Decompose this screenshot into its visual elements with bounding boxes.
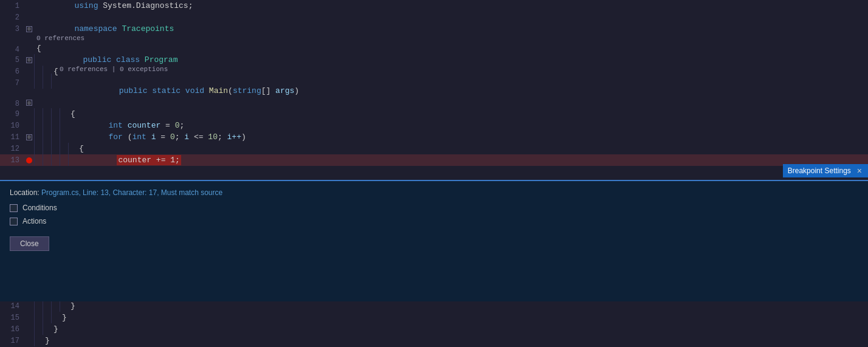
indent-10c [51, 120, 60, 131]
indent-9b [43, 108, 51, 120]
collapse-icon-3[interactable]: ⊟ [26, 26, 32, 32]
indent-16a [34, 323, 43, 335]
plain: ; [175, 132, 185, 142]
plain: } [62, 313, 67, 322]
plain: ) [294, 86, 299, 95]
line-content-8: public static void Main(string[] args) [60, 74, 299, 108]
gutter-5[interactable]: ⊟ [24, 57, 34, 63]
conditions-checkbox[interactable] [10, 204, 18, 212]
close-button[interactable]: Close [10, 236, 49, 251]
bp-location-label: Location: [10, 188, 41, 197]
indent-11b [43, 131, 51, 143]
num: 0 [170, 132, 175, 142]
plain: ; [218, 132, 227, 142]
plain: = [160, 132, 170, 142]
breakpoint-settings-titlebar: Breakpoint Settings × [783, 164, 868, 177]
indent-11a [34, 131, 43, 143]
line-number-9: 9 [0, 110, 24, 119]
actions-row: Actions [10, 217, 858, 225]
breakpoint-settings-close[interactable]: × [856, 167, 863, 175]
kw: string [233, 86, 261, 95]
indent-10b [43, 120, 51, 131]
indent-15c [51, 312, 60, 323]
line-content-13: counter += 1; [77, 143, 868, 177]
indent-14d [60, 300, 68, 312]
gutter-11[interactable]: ⊟ [24, 134, 34, 140]
kw: int [132, 132, 151, 142]
gutter-3[interactable]: ⊟ [24, 26, 34, 32]
var: i [151, 132, 161, 142]
indent-13d [60, 154, 68, 166]
actions-label: Actions [22, 217, 46, 225]
plain: } [71, 301, 75, 311]
code-line-17: 17 } [0, 335, 868, 346]
indent-12b [43, 143, 51, 154]
indent-14a [34, 300, 43, 312]
indent-13b [43, 154, 51, 166]
line-content-16: } [51, 323, 868, 335]
kw: public [119, 86, 153, 95]
kw: static [152, 86, 185, 95]
line-8-code: public static void Main(string[] args) [34, 74, 299, 108]
code-line-11: 11 ⊟ for (int i = 0; i <= 10; i++) [0, 131, 868, 143]
plain: ( [228, 86, 233, 95]
num: 10 [208, 132, 218, 142]
kw: for [108, 132, 127, 142]
line-number-1: 1 [0, 2, 24, 10]
ns: Tracepoints [122, 24, 174, 33]
gutter-8[interactable]: ⊟ [24, 100, 34, 108]
line-number-15: 15 [0, 314, 24, 322]
line-number-5: 5 [0, 56, 24, 64]
indent-12d [60, 143, 68, 154]
line-number-3: 3 [0, 25, 24, 33]
code-line-15: 15 } [0, 312, 868, 323]
bottom-code-lines: 14 } 15 } 16 } 1 [0, 300, 868, 346]
meta-4: 0 references [34, 35, 84, 43]
code-line-1: 1 using System.Diagnostics; [0, 0, 868, 12]
indent-10d [60, 120, 68, 131]
bp-location: Location: Program.cs, Line: 13, Characte… [10, 188, 858, 198]
meta-8: 0 references | 0 exceptions [34, 66, 299, 74]
code-line-8: 8 ⊟ 0 references | 0 exceptions public s… [0, 89, 868, 108]
indent-11d [60, 131, 68, 143]
kw: public [83, 55, 116, 64]
indent-guide-8a [34, 74, 43, 85]
actions-checkbox[interactable] [10, 218, 18, 225]
line-number-8: 8 [0, 100, 24, 108]
line-number-17: 17 [0, 337, 24, 345]
indent-17a [34, 335, 43, 346]
code-line-14: 14 } [0, 300, 868, 312]
code-editor: 1 using System.Diagnostics; 2 3 ⊟ namesp… [0, 0, 868, 347]
indent-12e [68, 143, 77, 154]
type: Program [145, 55, 178, 64]
line-content-14: } [68, 300, 868, 312]
counter-highlight: counter += 1; [117, 155, 181, 165]
collapse-icon-5[interactable]: ⊟ [26, 57, 32, 63]
collapse-icon-8[interactable]: ⊟ [26, 100, 32, 106]
plain: } [53, 325, 58, 334]
indent-16b [43, 323, 51, 335]
gutter-13 [24, 157, 34, 163]
line-number-12: 12 [0, 145, 24, 153]
line-8-container: 0 references | 0 exceptions public stati… [34, 66, 299, 108]
indent-guide-8c [51, 74, 60, 85]
indent-13c [51, 154, 60, 166]
conditions-row: Conditions [10, 204, 858, 212]
collapse-icon-11[interactable]: ⊟ [26, 134, 32, 140]
conditions-label: Conditions [22, 204, 57, 212]
line-number-13: 13 [0, 156, 24, 165]
var: i [184, 132, 194, 142]
code-line-16: 16 } [0, 323, 868, 335]
indent-10a [34, 120, 43, 131]
line-number-6: 6 [0, 67, 24, 76]
breakpoint-dot-13[interactable] [26, 157, 32, 163]
line-number-11: 11 [0, 133, 24, 142]
indent-13e [68, 154, 77, 166]
plain: [] [261, 86, 275, 95]
plain: System.Diagnostics; [103, 1, 193, 10]
kw: class [116, 55, 145, 64]
breakpoint-settings-title: Breakpoint Settings [788, 167, 851, 175]
plain: <= [194, 132, 208, 142]
indent-9a [34, 108, 43, 120]
line-number-14: 14 [0, 302, 24, 311]
